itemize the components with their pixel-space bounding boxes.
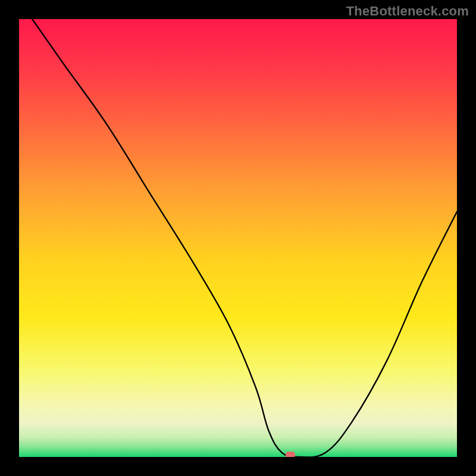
plot-area (19, 19, 457, 457)
plot-svg (19, 19, 457, 457)
optimal-point-marker (286, 452, 295, 457)
chart-frame: TheBottleneck.com (0, 0, 476, 476)
watermark-text: TheBottleneck.com (346, 4, 469, 19)
gradient-background (19, 19, 457, 457)
